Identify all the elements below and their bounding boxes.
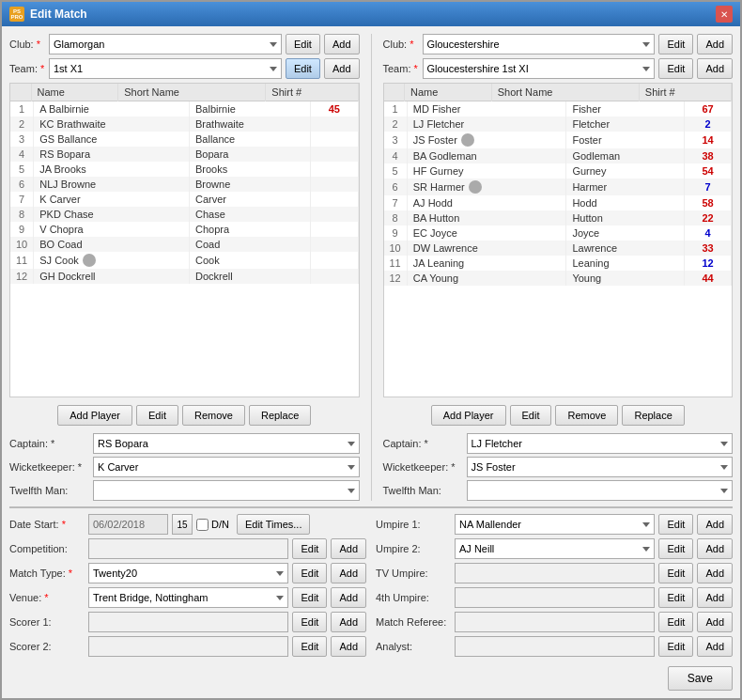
- left-player-num: 1: [10, 101, 34, 117]
- fourth-umpire-edit-btn[interactable]: Edit: [658, 587, 693, 608]
- left-club-edit-btn[interactable]: Edit: [286, 34, 320, 54]
- scorer1-edit-btn[interactable]: Edit: [292, 612, 327, 632]
- match-referee-select[interactable]: [455, 612, 655, 632]
- right-table-row[interactable]: 2LJ FletcherFletcher2: [384, 117, 732, 132]
- umpire1-edit-btn[interactable]: Edit: [658, 514, 693, 535]
- right-table-row[interactable]: 11JA LeaningLeaning12: [384, 256, 732, 271]
- scorer2-select[interactable]: [88, 636, 288, 657]
- match-type-edit-btn[interactable]: Edit: [292, 563, 327, 583]
- right-table-row[interactable]: 7AJ HoddHodd58: [384, 195, 732, 210]
- competition-select[interactable]: [88, 538, 288, 559]
- right-team-edit-btn[interactable]: Edit: [658, 58, 693, 79]
- left-table-row[interactable]: 4RS BoparaBopara: [10, 147, 358, 162]
- match-referee-add-btn[interactable]: Add: [697, 612, 733, 632]
- right-wk-select[interactable]: JS Foster: [467, 457, 734, 477]
- left-team-panel: Club: * Glamorgan Edit Add Team: * 1st X…: [9, 34, 360, 501]
- right-team-select[interactable]: Gloucestershire 1st XI: [423, 58, 656, 79]
- umpire2-add-btn[interactable]: Add: [697, 538, 733, 559]
- right-club-edit-btn[interactable]: Edit: [658, 34, 693, 54]
- left-twelfth-row: Twelfth Man:: [9, 480, 360, 501]
- left-table-row[interactable]: 8PKD ChaseChase: [10, 207, 358, 222]
- right-table-row[interactable]: 3JS FosterFoster14: [384, 132, 732, 148]
- right-player-short: Godleman: [566, 148, 685, 163]
- scorer1-select[interactable]: [88, 612, 288, 632]
- analyst-edit-btn[interactable]: Edit: [658, 636, 693, 657]
- left-club-add-btn[interactable]: Add: [324, 34, 360, 54]
- right-remove-btn[interactable]: Remove: [555, 405, 618, 426]
- fourth-umpire-row: 4th Umpire: Edit Add: [376, 587, 733, 608]
- right-replace-btn[interactable]: Replace: [622, 405, 684, 426]
- right-table-scroll[interactable]: 1MD FisherFisher672LJ FletcherFletcher23…: [384, 101, 733, 397]
- scorer2-add-btn[interactable]: Add: [331, 636, 366, 657]
- right-club-add-btn[interactable]: Add: [697, 34, 733, 54]
- tv-umpire-edit-btn[interactable]: Edit: [658, 563, 693, 583]
- left-add-player-btn[interactable]: Add Player: [57, 405, 132, 426]
- left-team-row: Team: * 1st X1 Edit Add: [9, 58, 360, 79]
- left-team-select[interactable]: 1st X1: [49, 58, 282, 79]
- left-table-row[interactable]: 7K CarverCarver: [10, 192, 358, 207]
- right-club-label: Club: *: [383, 39, 419, 50]
- right-add-player-btn[interactable]: Add Player: [431, 405, 506, 426]
- right-table-row[interactable]: 8BA HuttonHutton22: [384, 210, 732, 226]
- venue-edit-btn[interactable]: Edit: [292, 587, 327, 608]
- left-table-row[interactable]: 10BO CoadCoad: [10, 237, 358, 252]
- analyst-select[interactable]: [455, 636, 655, 657]
- analyst-add-btn[interactable]: Add: [697, 636, 733, 657]
- competition-edit-btn[interactable]: Edit: [292, 538, 327, 559]
- left-table-row[interactable]: 9V ChopraChopra: [10, 222, 358, 237]
- fourth-umpire-label: 4th Umpire:: [376, 592, 451, 603]
- left-table-row[interactable]: 11SJ CookCook: [10, 252, 358, 269]
- right-table-row[interactable]: 9EC JoyceJoyce4: [384, 226, 732, 241]
- right-captain-select[interactable]: LJ Fletcher: [467, 433, 734, 454]
- right-edit-player-btn[interactable]: Edit: [510, 405, 552, 426]
- competition-add-btn[interactable]: Add: [331, 538, 366, 559]
- left-edit-player-btn[interactable]: Edit: [136, 405, 178, 426]
- dn-checkbox[interactable]: [196, 519, 209, 531]
- venue-add-btn[interactable]: Add: [331, 587, 366, 608]
- fourth-umpire-add-btn[interactable]: Add: [697, 587, 733, 608]
- left-team-edit-btn[interactable]: Edit: [286, 58, 320, 79]
- umpire2-edit-btn[interactable]: Edit: [658, 538, 693, 559]
- fourth-umpire-select[interactable]: [455, 587, 655, 608]
- right-table-row[interactable]: 5HF GurneyGurney54: [384, 163, 732, 179]
- right-table-row[interactable]: 6SR HarmerHarmer7: [384, 179, 732, 195]
- left-table-row[interactable]: 2KC BrathwaiteBrathwaite: [10, 117, 358, 132]
- tv-umpire-select[interactable]: [455, 563, 655, 583]
- match-type-select[interactable]: Twenty20: [88, 563, 288, 583]
- left-remove-btn[interactable]: Remove: [182, 405, 245, 426]
- venue-row: Venue: * Trent Bridge, Nottingham Edit A…: [9, 587, 366, 608]
- save-button[interactable]: Save: [668, 666, 733, 691]
- scorer1-add-btn[interactable]: Add: [331, 612, 366, 632]
- left-table-row[interactable]: 1A BalbirnieBalbirnie45: [10, 101, 358, 117]
- umpire1-select[interactable]: NA Mallender: [455, 514, 655, 535]
- match-referee-edit-btn[interactable]: Edit: [658, 612, 693, 632]
- venue-select[interactable]: Trent Bridge, Nottingham: [88, 587, 288, 608]
- right-table-row[interactable]: 12CA YoungYoung44: [384, 271, 732, 286]
- umpire1-add-btn[interactable]: Add: [697, 514, 733, 535]
- left-table-row[interactable]: 3GS BallanceBallance: [10, 132, 358, 147]
- left-table-row[interactable]: 6NLJ BrowneBrowne: [10, 177, 358, 192]
- left-wk-select[interactable]: K Carver: [93, 457, 360, 477]
- tv-umpire-add-btn[interactable]: Add: [697, 563, 733, 583]
- right-club-select[interactable]: Gloucestershire: [423, 34, 656, 54]
- date-start-input[interactable]: [88, 514, 168, 535]
- left-table-row[interactable]: 5JA BrooksBrooks: [10, 162, 358, 177]
- left-captain-select[interactable]: RS Bopara: [93, 433, 360, 454]
- right-twelfth-select[interactable]: [467, 480, 734, 501]
- left-club-select[interactable]: Glamorgan: [49, 34, 282, 54]
- right-table-row[interactable]: 4BA GodlemanGodleman38: [384, 148, 732, 163]
- calendar-btn[interactable]: 15: [172, 514, 193, 535]
- umpire2-select[interactable]: AJ Neill: [455, 538, 655, 559]
- left-replace-btn[interactable]: Replace: [249, 405, 311, 426]
- right-table-row[interactable]: 10DW LawrenceLawrence33: [384, 241, 732, 256]
- left-team-add-btn[interactable]: Add: [324, 58, 360, 79]
- match-type-add-btn[interactable]: Add: [331, 563, 366, 583]
- edit-times-btn[interactable]: Edit Times...: [237, 514, 311, 535]
- left-table-scroll[interactable]: 1A BalbirnieBalbirnie452KC BrathwaiteBra…: [10, 101, 359, 397]
- right-team-add-btn[interactable]: Add: [697, 58, 733, 79]
- close-button[interactable]: ✕: [716, 6, 733, 23]
- right-table-row[interactable]: 1MD FisherFisher67: [384, 101, 732, 117]
- left-twelfth-select[interactable]: [93, 480, 360, 501]
- scorer2-edit-btn[interactable]: Edit: [292, 636, 327, 657]
- left-table-row[interactable]: 12GH DockrellDockrell: [10, 269, 358, 284]
